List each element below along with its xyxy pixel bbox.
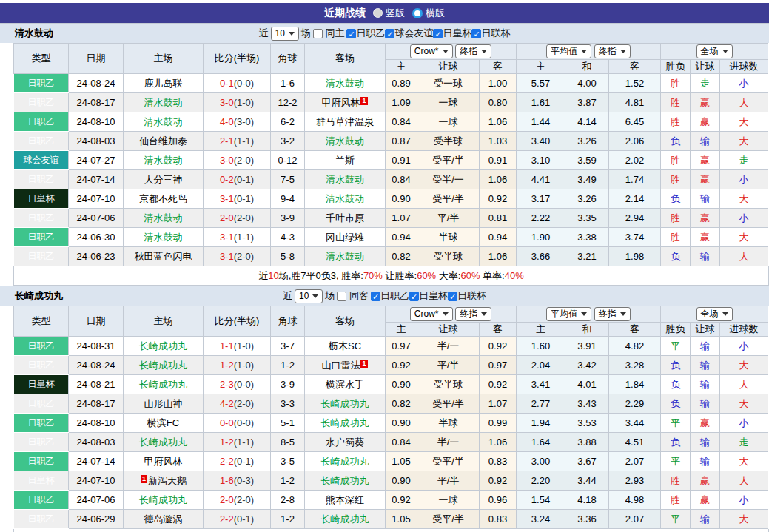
result-goals: 小 xyxy=(720,337,768,356)
team-link[interactable]: 德岛漩涡 xyxy=(144,514,183,525)
team-link[interactable]: 水户蜀葵 xyxy=(326,437,364,448)
team-link[interactable]: 清水鼓动 xyxy=(144,155,183,166)
red-card-badge: 1 xyxy=(360,97,367,105)
team-link[interactable]: 长崎成功丸 xyxy=(139,494,187,505)
avg-select[interactable]: 平均值 xyxy=(546,307,591,321)
same-away-checkbox[interactable]: 同客 xyxy=(337,289,369,303)
team-link[interactable]: 长崎成功丸 xyxy=(321,398,369,409)
team-link[interactable]: 清水鼓动 xyxy=(144,212,183,223)
team-link[interactable]: 新泻天鹅 xyxy=(148,475,187,486)
team-link[interactable]: 熊本深红 xyxy=(326,494,364,505)
team-link[interactable]: 长崎成功丸 xyxy=(321,475,369,486)
team-link[interactable]: 长崎成功丸 xyxy=(321,514,369,525)
odds-time-select[interactable]: 终指 xyxy=(455,307,491,321)
avg-time-select[interactable]: 终指 xyxy=(594,307,631,321)
team-cell: 千叶市原 xyxy=(305,209,386,228)
team-link[interactable]: 京都不死鸟 xyxy=(139,193,187,204)
bookmaker-select[interactable]: Crow* xyxy=(410,44,453,58)
checkbox-checked-icon[interactable]: ✓ xyxy=(433,29,443,38)
team-link[interactable]: 清水鼓动 xyxy=(326,193,364,204)
col-goals-result: 进球数 xyxy=(720,323,768,337)
result-wdl: 负 xyxy=(661,247,691,266)
fulltime-select[interactable]: 全场 xyxy=(696,44,733,58)
team-link[interactable]: 冈山绿雉 xyxy=(326,232,364,243)
result-handicap: 输 xyxy=(691,189,720,209)
halftime-score: (0-0) xyxy=(234,78,254,89)
team-link[interactable]: 清水鼓动 xyxy=(326,251,364,262)
team-link[interactable]: 兰斯 xyxy=(335,155,355,166)
team-link[interactable]: 长崎成功丸 xyxy=(139,437,187,448)
checkbox-checked-icon[interactable]: ✓ xyxy=(448,292,457,301)
checkbox-icon[interactable] xyxy=(313,29,323,38)
team-link[interactable]: 清水鼓动 xyxy=(144,97,183,108)
fulltime-score: 0-1 xyxy=(220,78,234,89)
team-link[interactable]: 清水鼓动 xyxy=(144,116,183,127)
team-link[interactable]: 长崎成功丸 xyxy=(139,340,187,351)
team-link[interactable]: 枥木SC xyxy=(329,340,361,351)
team-link[interactable]: 群马草津温泉 xyxy=(316,116,374,127)
halftime-score: (0-0) xyxy=(234,379,254,390)
team-link[interactable]: 长崎成功丸 xyxy=(139,379,187,390)
checkbox-checked-icon[interactable]: ✓ xyxy=(385,29,394,38)
team-link[interactable]: 清水鼓动 xyxy=(326,174,364,185)
team-cell: 枥木SC xyxy=(305,337,386,356)
score-cell: 0-1(0-0) xyxy=(204,74,271,93)
league-filter-日职乙[interactable]: ✓日职乙 xyxy=(371,289,409,303)
odds-time-select[interactable]: 终指 xyxy=(455,44,491,58)
result-handicap: 赢 xyxy=(691,228,720,247)
rounds-select[interactable]: 10 xyxy=(271,27,299,41)
league-filter-日职乙[interactable]: ✓日职乙 xyxy=(346,27,385,40)
radio-button-icon[interactable] xyxy=(412,8,423,18)
league-filter-日皇杯[interactable]: ✓日皇杯 xyxy=(433,27,471,40)
team-link[interactable]: 山口雷法 xyxy=(321,360,360,371)
team-link[interactable]: 清水鼓动 xyxy=(144,232,183,243)
checkbox-checked-icon[interactable]: ✓ xyxy=(346,29,356,38)
checkbox-checked-icon[interactable]: ✓ xyxy=(371,292,380,301)
rounds-select[interactable]: 10 xyxy=(295,289,323,303)
checkbox-icon[interactable] xyxy=(337,292,346,301)
team-link[interactable]: 鹿儿岛联 xyxy=(144,78,183,89)
match-type-badge: 日职乙 xyxy=(14,510,69,529)
team-link[interactable]: 清水鼓动 xyxy=(326,135,364,147)
red-card-badge: 1 xyxy=(141,475,147,483)
team-link[interactable]: 甲府风林 xyxy=(321,97,360,108)
checkbox-checked-icon[interactable]: ✓ xyxy=(471,29,481,38)
odds-handicap: 半/一 xyxy=(417,337,480,356)
team-link[interactable]: 千叶市原 xyxy=(326,212,364,223)
league-filter-日联杯[interactable]: ✓日联杯 xyxy=(471,27,510,40)
team-link[interactable]: 秋田蓝色闪电 xyxy=(135,251,192,262)
league-filter-日皇杯[interactable]: ✓日皇杯 xyxy=(409,289,448,303)
league-filter-label: 日联杯 xyxy=(457,289,486,303)
team-link[interactable]: 仙台维加泰 xyxy=(139,135,187,147)
fulltime-select[interactable]: 全场 xyxy=(696,307,733,321)
team-link[interactable]: 横滨水手 xyxy=(326,379,364,390)
team-link[interactable]: 横滨FC xyxy=(147,417,179,428)
team-link[interactable]: 长崎成功丸 xyxy=(139,360,187,371)
odds-home: 0.90 xyxy=(386,414,417,433)
bookmaker-select[interactable]: Crow* xyxy=(410,307,453,321)
match-date: 24-06-23 xyxy=(69,247,124,266)
layout-radio-horizontal[interactable]: 横版 xyxy=(412,7,445,20)
team-link[interactable]: 清水鼓动 xyxy=(326,78,364,89)
team-cell: 仙台维加泰 xyxy=(124,132,204,151)
team-cell: 长崎成功丸 xyxy=(124,491,204,510)
team-cell: 德岛漩涡 xyxy=(124,510,204,529)
summary-segment: 单率: xyxy=(480,269,504,283)
same-home-checkbox[interactable]: 同主 xyxy=(313,27,345,40)
team-link[interactable]: 山形山神 xyxy=(144,398,183,409)
avg-time-select[interactable]: 终指 xyxy=(594,44,631,58)
odds-handicap: 受半/一 xyxy=(417,170,480,189)
checkbox-checked-icon[interactable]: ✓ xyxy=(409,292,419,301)
radio-button-icon[interactable] xyxy=(373,8,383,18)
score-cell: 2-2(0-1) xyxy=(204,452,271,471)
team-link[interactable]: 长崎成功丸 xyxy=(321,417,369,428)
team-link[interactable]: 甲府风林 xyxy=(144,456,183,467)
team-link[interactable]: 大分三神 xyxy=(144,174,183,185)
avg-select[interactable]: 平均值 xyxy=(546,44,591,58)
league-filter-球会友谊[interactable]: ✓球会友谊 xyxy=(385,27,433,40)
team-link[interactable]: 长崎成功丸 xyxy=(321,456,369,467)
chevron-down-icon xyxy=(443,50,449,53)
league-filter-日联杯[interactable]: ✓日联杯 xyxy=(448,289,486,303)
team-cell: 清水鼓动 xyxy=(305,189,386,209)
layout-radio-vertical[interactable]: 竖版 xyxy=(373,7,405,20)
